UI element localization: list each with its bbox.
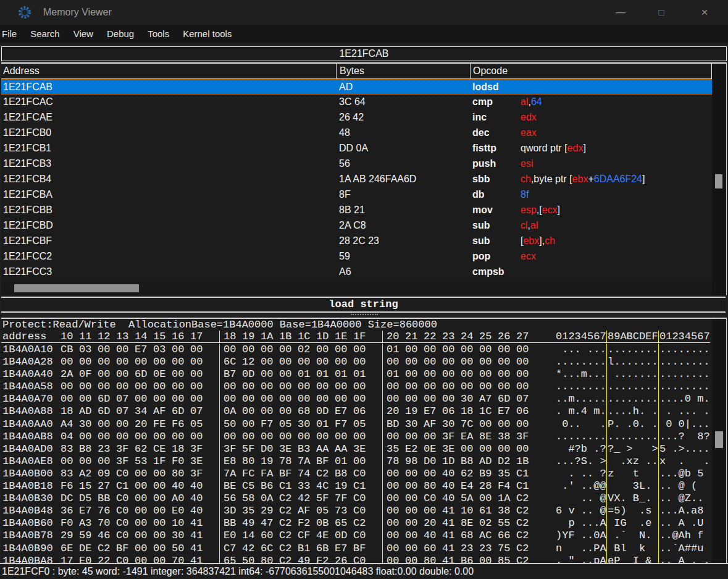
hex-byte[interactable]: 35: [498, 468, 516, 480]
hex-byte[interactable]: 00: [190, 368, 209, 381]
hex-byte[interactable]: 00: [335, 356, 353, 368]
hex-byte[interactable]: 00: [516, 356, 535, 368]
hex-byte[interactable]: 28: [479, 480, 498, 492]
hex-byte[interactable]: 78: [387, 455, 405, 468]
hex-byte[interactable]: 00: [479, 443, 498, 455]
hex-byte[interactable]: 00: [135, 381, 153, 393]
disasm-row[interactable]: 1E21FCC259popecx: [1, 249, 712, 264]
hex-ascii-group[interactable]: VX. B_.: [607, 492, 659, 505]
hex-byte[interactable]: C0: [116, 530, 135, 542]
hex-byte[interactable]: 00: [98, 356, 116, 368]
hex-byte[interactable]: 6D: [98, 405, 116, 418]
hex-ascii-group[interactable]: z t: [607, 468, 659, 480]
hex-byte[interactable]: 80: [242, 455, 261, 468]
hex-byte[interactable]: 40: [172, 480, 190, 492]
hex-byte[interactable]: 06: [353, 405, 372, 418]
hex-byte[interactable]: 00: [516, 418, 535, 431]
hex-byte[interactable]: 00: [424, 356, 442, 368]
hex-byte[interactable]: 00: [279, 368, 298, 381]
hex-byte[interactable]: 3F: [224, 443, 242, 455]
hex-byte[interactable]: 00: [153, 468, 172, 480]
hex-byte[interactable]: 00: [116, 368, 135, 381]
hex-byte[interactable]: 10: [172, 517, 190, 530]
hex-byte[interactable]: B8: [461, 455, 479, 468]
hex-byte[interactable]: 23: [98, 443, 116, 455]
hex-ascii-group[interactable]: ...A.a8: [659, 505, 710, 517]
hex-ascii-group[interactable]: ........: [659, 368, 710, 381]
hex-byte[interactable]: 55: [498, 517, 516, 530]
menu-item-kernel-tools[interactable]: Kernel tools: [176, 25, 238, 43]
hex-byte[interactable]: 74: [298, 468, 316, 480]
hex-byte[interactable]: 00: [353, 431, 372, 443]
hex-byte[interactable]: C2: [279, 555, 298, 563]
hex-byte[interactable]: 41: [190, 555, 209, 563]
hex-byte[interactable]: 06: [442, 405, 461, 418]
hex-byte[interactable]: AF: [153, 405, 172, 418]
hex-byte[interactable]: C0: [353, 468, 372, 480]
hex-byte[interactable]: 00: [405, 356, 424, 368]
hex-byte[interactable]: 00: [135, 393, 153, 405]
hex-byte[interactable]: 00: [387, 505, 405, 517]
hex-byte[interactable]: C1: [279, 480, 298, 492]
hex-byte[interactable]: 3F: [190, 468, 209, 480]
hex-byte[interactable]: 19: [261, 455, 279, 468]
hex-byte[interactable]: 00: [135, 431, 153, 443]
hex-byte[interactable]: C2: [516, 517, 535, 530]
hex-byte[interactable]: 06: [516, 405, 535, 418]
hex-byte[interactable]: AD: [479, 455, 498, 468]
hex-byte[interactable]: E7: [335, 543, 353, 555]
hex-byte[interactable]: 3D: [224, 505, 242, 517]
hex-byte[interactable]: 30: [79, 418, 98, 431]
hex-ascii-group[interactable]: =5) .s: [607, 505, 659, 517]
hex-byte[interactable]: A7: [479, 393, 498, 405]
hex-ascii-group[interactable]: ........: [607, 344, 659, 356]
hex-byte[interactable]: 00: [424, 468, 442, 480]
hex-ascii-group[interactable]: .. A . .: [659, 555, 710, 563]
hex-byte[interactable]: 00: [405, 492, 424, 505]
hex-byte[interactable]: 00: [242, 344, 261, 356]
hex-byte[interactable]: 40: [424, 530, 442, 542]
hex-ascii-group[interactable]: ........: [659, 356, 710, 368]
hex-byte[interactable]: 83: [61, 468, 79, 480]
hex-byte[interactable]: 42: [242, 543, 261, 555]
hex-byte[interactable]: 5F: [242, 443, 261, 455]
hex-byte[interactable]: 41: [442, 555, 461, 563]
hex-byte[interactable]: 46: [98, 530, 116, 542]
hex-byte[interactable]: 00: [98, 455, 116, 468]
hex-byte[interactable]: 34: [135, 405, 153, 418]
hex-byte[interactable]: 6C: [224, 356, 242, 368]
hex-byte[interactable]: 00: [153, 356, 172, 368]
hex-ascii-group[interactable]: ..`A##u: [659, 543, 710, 555]
hex-byte[interactable]: 1A: [498, 492, 516, 505]
hex-byte[interactable]: 78: [279, 455, 298, 468]
hex-byte[interactable]: 00: [153, 492, 172, 505]
hex-byte[interactable]: 01: [316, 368, 335, 381]
hex-byte[interactable]: 00: [135, 555, 153, 563]
hex-byte[interactable]: C2: [279, 543, 298, 555]
hex-byte[interactable]: 00: [224, 381, 242, 393]
hex-byte[interactable]: 30: [405, 418, 424, 431]
hex-byte[interactable]: 62: [135, 443, 153, 455]
hex-byte[interactable]: BF: [279, 468, 298, 480]
hex-byte[interactable]: 00: [98, 418, 116, 431]
hex-byte[interactable]: F6: [172, 418, 190, 431]
hex-byte[interactable]: 00: [461, 443, 479, 455]
hex-byte[interactable]: 00: [424, 505, 442, 517]
hex-byte[interactable]: 40: [442, 480, 461, 492]
hex-byte[interactable]: 01: [335, 368, 353, 381]
hex-byte[interactable]: 00: [135, 543, 153, 555]
hex-byte[interactable]: AC: [479, 530, 498, 542]
menu-item-view[interactable]: View: [67, 25, 100, 43]
hex-ascii-group[interactable]: #?b .?: [556, 443, 607, 455]
hex-byte[interactable]: 00: [405, 555, 424, 563]
hex-byte[interactable]: 00: [116, 431, 135, 443]
hex-byte[interactable]: D0: [261, 443, 279, 455]
hex-byte[interactable]: C0: [353, 505, 372, 517]
hex-byte[interactable]: 00: [498, 368, 516, 381]
hex-byte[interactable]: 73: [335, 505, 353, 517]
hex-byte[interactable]: 3E: [190, 455, 209, 468]
hex-byte[interactable]: 00: [116, 381, 135, 393]
hex-ascii-group[interactable]: ..m.....: [556, 393, 607, 405]
hex-ascii-group[interactable]: ........: [659, 344, 710, 356]
hex-byte[interactable]: 59: [79, 530, 98, 542]
